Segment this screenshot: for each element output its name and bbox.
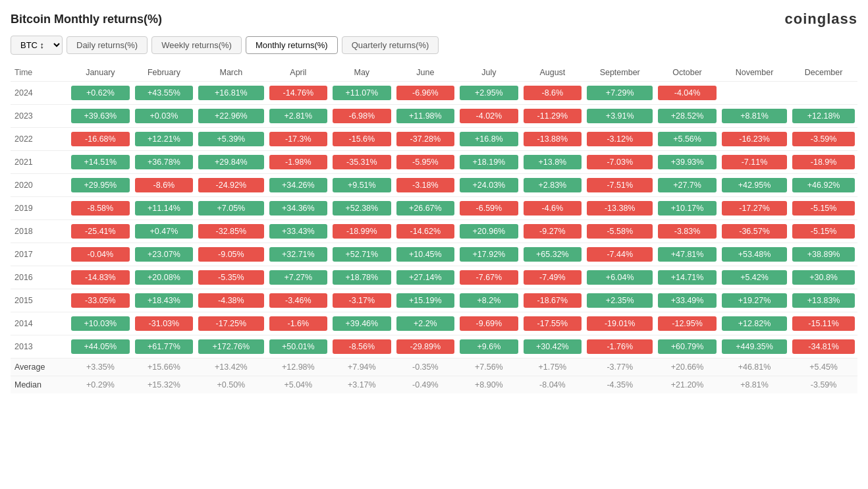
average-cell: +15.66%: [132, 359, 196, 376]
value-cell: -25.41%: [68, 220, 132, 243]
value-cell: +33.43%: [267, 220, 331, 243]
value-cell: +11.07%: [330, 82, 394, 105]
value-cell: +38.89%: [790, 243, 857, 266]
median-cell: +8.81%: [719, 376, 790, 394]
table-row: 2021+14.51%+36.78%+29.84%-1.98%-35.31%-5…: [11, 151, 857, 174]
median-cell: +21.20%: [655, 376, 719, 394]
value-cell: +5.39%: [196, 128, 266, 151]
table-row: 2018-25.41%+0.47%-32.85%+33.43%-18.99%-1…: [11, 220, 857, 243]
average-cell: +12.98%: [267, 359, 331, 376]
value-cell: -4.38%: [196, 289, 266, 312]
value-cell: +26.67%: [394, 197, 458, 220]
value-cell: -4.6%: [521, 197, 585, 220]
value-cell: +8.81%: [719, 105, 790, 128]
page-header: Bitcoin Monthly returns(%) coinglass: [11, 11, 857, 28]
year-cell: 2013: [11, 335, 68, 359]
asset-selector[interactable]: BTC ↕: [11, 36, 63, 55]
year-cell: 2021: [11, 151, 68, 174]
table-row: 2020+29.95%-8.6%-24.92%+34.26%+9.51%-3.1…: [11, 174, 857, 197]
value-cell: +23.07%: [132, 243, 196, 266]
toolbar: BTC ↕ Daily returns(%) Weekly returns(%)…: [11, 36, 857, 55]
average-label: Average: [11, 359, 68, 376]
value-cell: -3.59%: [790, 128, 857, 151]
value-cell: -3.83%: [655, 220, 719, 243]
value-cell: -5.35%: [196, 266, 266, 289]
value-cell: -24.92%: [196, 174, 266, 197]
value-cell: -9.27%: [521, 220, 585, 243]
value-cell: +52.71%: [330, 243, 394, 266]
value-cell: +22.96%: [196, 105, 266, 128]
monthly-returns-button[interactable]: Monthly returns(%): [246, 36, 338, 54]
value-cell: -6.59%: [457, 197, 521, 220]
value-cell: -3.46%: [267, 289, 331, 312]
value-cell: -37.28%: [394, 128, 458, 151]
value-cell: +2.2%: [394, 312, 458, 335]
col-sep: September: [584, 64, 655, 82]
average-cell: +3.35%: [68, 359, 132, 376]
weekly-returns-button[interactable]: Weekly returns(%): [151, 36, 242, 54]
value-cell: +16.81%: [196, 82, 266, 105]
col-aug: August: [521, 64, 585, 82]
col-mar: March: [196, 64, 266, 82]
value-cell: +42.95%: [719, 174, 790, 197]
value-cell: -18.9%: [790, 151, 857, 174]
value-cell: +0.03%: [132, 105, 196, 128]
value-cell: -16.23%: [719, 128, 790, 151]
value-cell: -7.49%: [521, 266, 585, 289]
value-cell: +19.27%: [719, 289, 790, 312]
daily-returns-button[interactable]: Daily returns(%): [67, 36, 148, 54]
value-cell: -36.57%: [719, 220, 790, 243]
value-cell: -0.04%: [68, 243, 132, 266]
value-cell: +5.42%: [719, 266, 790, 289]
value-cell: -15.6%: [330, 128, 394, 151]
value-cell: +10.45%: [394, 243, 458, 266]
median-cell: -8.04%: [521, 376, 585, 394]
value-cell: +61.77%: [132, 335, 196, 359]
value-cell: +13.8%: [521, 151, 585, 174]
average-cell: +13.42%: [196, 359, 266, 376]
average-cell: +7.94%: [330, 359, 394, 376]
value-cell: +0.47%: [132, 220, 196, 243]
value-cell: -35.31%: [330, 151, 394, 174]
value-cell: +46.92%: [790, 174, 857, 197]
value-cell: -1.76%: [584, 335, 655, 359]
value-cell: +44.05%: [68, 335, 132, 359]
year-cell: 2020: [11, 174, 68, 197]
returns-table: Time January February March April May Ju…: [11, 64, 857, 393]
value-cell: -5.15%: [790, 197, 857, 220]
value-cell: -8.6%: [521, 82, 585, 105]
average-cell: -0.35%: [394, 359, 458, 376]
median-cell: +0.29%: [68, 376, 132, 394]
value-cell: +53.48%: [719, 243, 790, 266]
value-cell: -1.6%: [267, 312, 331, 335]
value-cell: +2.95%: [457, 82, 521, 105]
value-cell: +10.17%: [655, 197, 719, 220]
value-cell: -13.38%: [584, 197, 655, 220]
value-cell: +32.71%: [267, 243, 331, 266]
value-cell: -7.44%: [584, 243, 655, 266]
value-cell: +172.76%: [196, 335, 266, 359]
year-cell: 2016: [11, 266, 68, 289]
value-cell: +34.36%: [267, 197, 331, 220]
value-cell: +18.78%: [330, 266, 394, 289]
year-cell: 2014: [11, 312, 68, 335]
median-cell: +5.04%: [267, 376, 331, 394]
value-cell: -3.12%: [584, 128, 655, 151]
value-cell: +29.95%: [68, 174, 132, 197]
median-cell: +8.90%: [457, 376, 521, 394]
median-cell: -4.35%: [584, 376, 655, 394]
value-cell: +36.78%: [132, 151, 196, 174]
year-cell: 2019: [11, 197, 68, 220]
value-cell: -34.81%: [790, 335, 857, 359]
value-cell: -8.6%: [132, 174, 196, 197]
value-cell: +15.19%: [394, 289, 458, 312]
quarterly-returns-button[interactable]: Quarterly returns(%): [342, 36, 439, 54]
table-row: 2023+39.63%+0.03%+22.96%+2.81%-6.98%+11.…: [11, 105, 857, 128]
value-cell: -17.55%: [521, 312, 585, 335]
value-cell: -7.51%: [584, 174, 655, 197]
table-row: 2017-0.04%+23.07%-9.05%+32.71%+52.71%+10…: [11, 243, 857, 266]
table-row: 2022-16.68%+12.21%+5.39%-17.3%-15.6%-37.…: [11, 128, 857, 151]
value-cell: -7.67%: [457, 266, 521, 289]
table-row: 2013+44.05%+61.77%+172.76%+50.01%-8.56%-…: [11, 335, 857, 359]
value-cell: +7.05%: [196, 197, 266, 220]
